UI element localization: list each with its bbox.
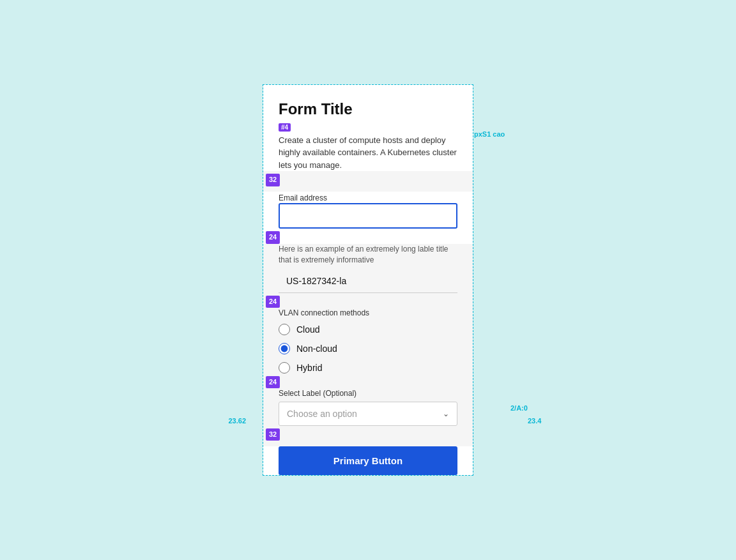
form-card: Form Title #4 Create a cluster of comput… (263, 85, 473, 475)
email-section: Email address (263, 192, 473, 229)
select-dropdown[interactable]: Choose an option Option 1 Option 2 (279, 402, 457, 425)
select-section: Select Label (Optional) Choose an option… (263, 389, 473, 426)
spacer-label-24-3: 24 (266, 376, 280, 388)
form-outer-container: Form Title #4 Create a cluster of comput… (263, 84, 473, 476)
bottom-center-annotation: 23.4 (528, 417, 541, 425)
form-title: Form Title (279, 100, 457, 118)
radio-input-hybrid[interactable] (279, 362, 290, 374)
spacer-32-1: 32 (263, 171, 473, 192)
radio-input-cloud[interactable] (279, 324, 290, 335)
spacer-label-24-2: 24 (266, 296, 280, 308)
radio-group-section: VLAN connection methods Cloud Non-cloud … (263, 308, 473, 374)
radio-label-noncloud: Non-cloud (296, 344, 337, 354)
select-wrapper[interactable]: Choose an option Option 1 Option 2 ⌄ (279, 402, 457, 426)
select-label: Select Label (Optional) (279, 389, 457, 398)
spacer-24-1: 24 (263, 229, 473, 244)
radio-item-cloud[interactable]: Cloud (279, 324, 457, 335)
form-description: Create a cluster of compute hosts and de… (279, 134, 457, 172)
email-input[interactable] (279, 203, 457, 229)
spacer-label-32-1: 32 (266, 174, 280, 186)
email-label: Email address (279, 193, 327, 202)
form-header: Form Title #4 Create a cluster of comput… (263, 85, 473, 172)
radio-label-hybrid: Hybrid (296, 363, 322, 373)
bottom-right-annotation: 23.62 (228, 417, 246, 425)
radio-item-hybrid[interactable]: Hybrid (279, 362, 457, 374)
page-wrapper: & pxS1 cao 2/A:0 23.4 23.62 Form Title #… (263, 84, 473, 476)
spacer-label-24-1: 24 (266, 231, 280, 243)
radio-item-noncloud[interactable]: Non-cloud (279, 343, 457, 354)
spacer-24-3: 24 (263, 374, 473, 389)
bottom-left-annotation: 2/A:0 (510, 404, 528, 412)
spacer-24-2: 24 (263, 293, 473, 308)
primary-button[interactable]: Primary Button (279, 446, 457, 475)
radio-label-cloud: Cloud (296, 324, 320, 335)
radio-input-noncloud[interactable] (279, 343, 290, 354)
long-field-label: Here is an example of an extremely long … (279, 244, 457, 266)
us-field-input[interactable] (279, 269, 457, 293)
spacer-32-2: 32 (263, 426, 473, 446)
long-label-section: Here is an example of an extremely long … (263, 244, 473, 293)
badge-number: #4 (279, 123, 291, 132)
footer-section: Primary Button (263, 446, 473, 475)
radio-group-label: VLAN connection methods (279, 308, 457, 317)
spacer-label-32-2: 32 (266, 428, 280, 441)
